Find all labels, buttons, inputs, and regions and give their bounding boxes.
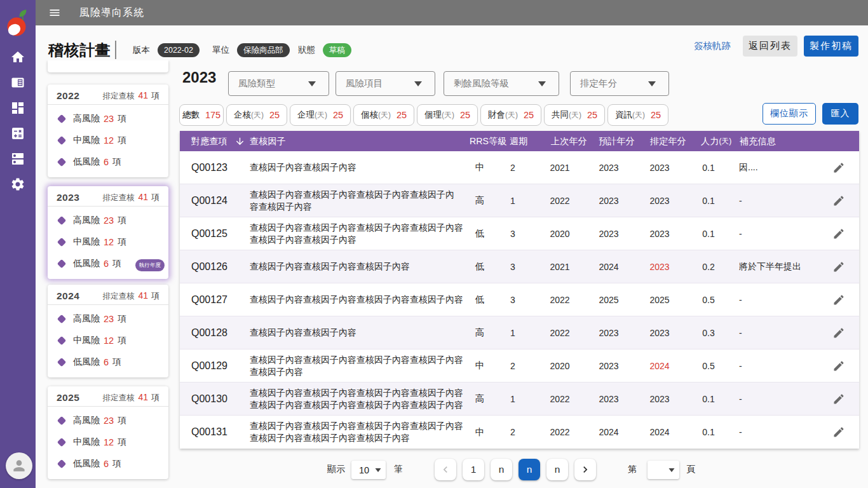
cell-rrs: 中 [459,151,500,184]
table-row: Q00126 查核因子內容查核因子內容查核因子內容 低 3 2021 2024 … [180,250,859,283]
cell-last-year: 2020 [536,349,584,382]
caret-down-icon [668,468,675,472]
dashboard-icon[interactable] [0,95,36,121]
cell-manpower: 0.5 [684,349,733,382]
make-draft-button[interactable]: 製作初稿 [804,36,858,57]
col-header-manpower[interactable]: 人力(天) [701,131,731,151]
table-header: 對應查項 查核因子 RRS等級 週期 上次年分 預計年分 排定年分 人力(天) … [180,131,859,151]
col-header-note[interactable]: 補充信息 [740,131,776,151]
chevron-right-icon [579,463,592,476]
edit-pencil-icon[interactable] [825,283,853,316]
risk-row-high: 高風險 23 項 [57,108,159,130]
next-page-button[interactable] [574,459,596,480]
table-actions: 欄位顯示 匯入 [763,103,858,125]
sort-desc-arrow-icon[interactable] [234,131,246,151]
jump-suffix-label: 頁 [686,464,695,475]
cell-cycle: 2 [496,151,530,184]
scheduled-audits: 排定查核 41 項 [102,290,159,302]
cell-planned-year: 2023 [585,349,633,382]
diamond-bullet-icon [57,136,66,145]
reader-icon[interactable] [0,70,36,95]
selected-year-heading: 2023 [182,69,216,86]
cell-note: 因.... [739,151,828,184]
menu-icon[interactable] [48,6,61,19]
cell-manpower: 0.2 [684,250,733,283]
year-card-2024[interactable]: 2024 排定查核 41 項 高風險 23 項 中風險 12 項 [48,285,168,377]
import-button[interactable]: 匯入 [822,103,858,125]
col-header-factor[interactable]: 查核因子 [250,131,286,151]
cell-planned-year: 2024 [585,250,633,283]
edit-pencil-icon[interactable] [825,184,853,217]
cell-note: - [739,316,828,349]
cell-note: - [739,283,828,316]
size-unit-label: 筆 [394,464,403,475]
cell-factor: 查核因子內容查核因子內容查核因子內容查核因子內容 查核因子內容查核因子內容查核因… [250,416,469,449]
cell-note: - [739,184,828,217]
calculate-icon[interactable] [0,121,36,146]
col-header-item[interactable]: 對應查項 [191,131,227,151]
edit-pencil-icon[interactable] [825,383,853,415]
scheduled-audits: 排定查核 41 項 [102,392,159,403]
page-button-3[interactable]: n [519,459,540,480]
risk-row-high: 高風險 23 項 [57,210,159,231]
home-icon[interactable] [0,44,36,70]
residual-risk-select[interactable]: 剩餘風險等級 [444,71,559,96]
scheduled-audits: 排定查核 41 項 [102,90,159,102]
current-year-badge: 執行年度 [135,259,165,271]
risk-row-medium: 中風險 12 項 [57,231,159,253]
app-title: 風險導向系統 [79,6,144,20]
year-card-2022[interactable]: 2022 排定查核 41 項 高風險 23 項 中風險 12 項 [48,85,168,177]
risk-item-select[interactable]: 風險項目 [336,71,435,96]
col-header-last-year[interactable]: 上次年分 [551,131,587,151]
audit-trail-link[interactable]: 簽核軌跡 [694,40,731,52]
col-header-scheduled-year[interactable]: 排定年分 [650,131,686,151]
cell-rrs: 低 [459,250,500,283]
col-header-planned-year[interactable]: 預計年分 [599,131,635,151]
edit-pencil-icon[interactable] [825,416,853,449]
edit-pencil-icon[interactable] [825,316,853,349]
edit-pencil-icon[interactable] [825,349,853,382]
risk-row-low: 低風險 6 項 [57,351,159,373]
diamond-bullet-icon [57,216,66,225]
cell-last-year: 2022 [536,283,584,316]
sidebar [0,0,36,488]
edit-pencil-icon[interactable] [825,250,853,283]
page-button-1[interactable]: 1 [463,459,484,480]
year-label: 2022 [57,90,79,102]
col-header-rrs[interactable]: RRS等級 [470,131,506,151]
year-card-partial[interactable] [48,60,168,72]
scheduled-year-select[interactable]: 排定年分 [570,71,669,96]
show-label: 顯示 [327,464,345,475]
year-label: 2023 [57,192,79,203]
topbar: 風險導向系統 [36,0,868,25]
dns-icon[interactable] [0,146,36,172]
cell-item-id: Q00127 [191,283,247,316]
summary-chip-total: 總數175 [179,104,224,126]
cell-scheduled-year: 2023 [635,151,684,184]
summary-chip: 共同(天)25 [544,104,605,126]
column-display-button[interactable]: 欄位顯示 [763,103,816,125]
cell-item-id: Q00126 [191,250,247,283]
prev-page-button[interactable] [435,459,456,480]
cell-item-id: Q00124 [191,184,247,217]
risk-type-select[interactable]: 風險類型 [228,71,329,96]
diamond-bullet-icon [57,336,66,345]
settings-icon[interactable] [0,172,36,197]
risk-row-medium: 中風險 12 項 [57,130,159,151]
back-to-list-button[interactable]: 返回列表 [743,36,797,57]
edit-pencil-icon[interactable] [825,217,853,250]
page-size-select[interactable]: 10 [351,461,386,479]
edit-pencil-icon[interactable] [825,151,853,184]
summary-chip-row: 總數175 企核(天)25 企理(天)25 個核(天)25 個理(天)25 財會… [179,104,671,126]
page-button-2[interactable]: n [491,459,512,480]
user-avatar[interactable] [6,452,32,479]
table-row: Q00127 查核因子內容查核因子內容查核因子內容查核因子內容 低 3 2022… [180,283,859,316]
summary-chip: 企核(天)25 [226,104,287,126]
col-header-cycle[interactable]: 週期 [510,131,527,151]
cell-factor: 查核因子內容查核因子內容查核因子內容查核因子內容 查核因子內容 [250,349,469,382]
cell-scheduled-year: 2023 [635,383,684,415]
jump-page-select[interactable] [648,461,679,479]
page-button-4[interactable]: n [546,459,568,480]
jump-prefix-label: 第 [628,464,637,475]
year-card-2023[interactable]: 2023 排定查核 41 項 高風險 23 項 中風險 12 項 [48,186,168,279]
